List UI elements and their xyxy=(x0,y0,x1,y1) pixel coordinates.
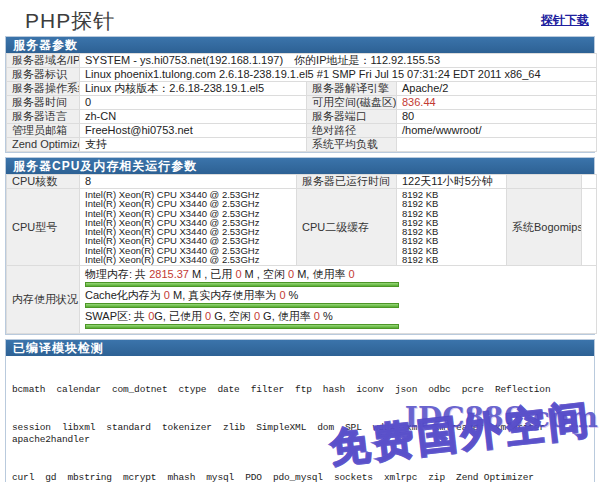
row-label: 服务器解译引擎 xyxy=(307,82,397,96)
topbar: PHP探针 探针下载 xyxy=(5,0,595,36)
row-value xyxy=(582,175,597,189)
server-params-table: 服务器域名/IP地址SYSTEM - ys.hi0753.net(192.168… xyxy=(6,53,597,152)
row-value: 8192 KB8192 KB8192 KB8192 KB8192 KB8192 … xyxy=(397,189,507,266)
memory-value: 0 xyxy=(348,268,354,280)
table-row: 服务器标识Linux phoenix1.tulong.com 2.6.18-23… xyxy=(7,68,597,82)
memory-value: 2815.37 xyxy=(149,268,189,280)
row-label: 服务器语言 xyxy=(7,110,80,124)
row-value: 122天11小时5分钟 xyxy=(397,175,507,189)
row-value: /home/wwwroot/ xyxy=(397,124,597,138)
row-label: 服务器标识 xyxy=(7,68,80,82)
memory-usage-line: 物理内存: 共 2815.37 M , 已用 0 M , 空闲 0 M, 使用率… xyxy=(85,268,591,287)
memory-usage-bar-fill xyxy=(86,325,398,328)
row-value: Intel(R) Xeon(R) CPU X3440 @ 2.53GHzInte… xyxy=(80,189,297,266)
row-label xyxy=(507,175,582,189)
memory-usage-bar xyxy=(85,282,399,287)
row-label: 系统Bogomips xyxy=(507,189,582,266)
row-value: Linux 内核版本：2.6.18-238.19.1.el5 xyxy=(80,82,307,96)
probe-download-link[interactable]: 探针下载 xyxy=(541,12,589,29)
memory-usage-row: 内存使用状况物理内存: 共 2815.37 M , 已用 0 M , 空闲 0 … xyxy=(7,266,597,334)
memory-usage-bar xyxy=(85,324,399,329)
memory-usage-text: Cache化内存为 0 M, 真实内存使用率为 0 % xyxy=(85,289,591,302)
row-value: Apache/2 xyxy=(397,82,597,96)
memory-label-text: M , 已用 xyxy=(189,268,235,280)
row-value: 836.44 xyxy=(397,96,597,110)
memory-label-text: SWAP区: 共 xyxy=(85,310,148,322)
row-value: 0 xyxy=(80,96,307,110)
row-label: 管理员邮箱 xyxy=(7,124,80,138)
table-row: 服务器域名/IP地址SYSTEM - ys.hi0753.net(192.168… xyxy=(7,54,597,68)
memory-usage-cell: 物理内存: 共 2815.37 M , 已用 0 M , 空闲 0 M, 使用率… xyxy=(80,266,597,334)
table-row: CPU型号Intel(R) Xeon(R) CPU X3440 @ 2.53GH… xyxy=(7,189,597,266)
table-row: Zend Optimizer支持系统平均负载 xyxy=(7,138,597,152)
modules-line: session libxml standard tokenizer zlib S… xyxy=(12,422,588,447)
memory-label-text: G, 使用率 xyxy=(260,310,314,322)
row-value: 8 xyxy=(80,175,297,189)
row-label: 服务器域名/IP地址 xyxy=(7,54,80,68)
memory-label-text: M, 使用率 xyxy=(294,268,348,280)
modules-line: bcmath calendar com_dotnet ctype date fi… xyxy=(12,384,588,397)
row-label: Zend Optimizer xyxy=(7,138,80,152)
modules-line: curl gd mbstring mcrypt mhash mysql PDO … xyxy=(12,472,588,482)
row-value xyxy=(582,189,597,266)
row-label: 可用空间(磁盘区) xyxy=(307,96,397,110)
row-label: 绝对路径 xyxy=(307,124,397,138)
row-value: Linux phoenix1.tulong.com 2.6.18-238.19.… xyxy=(80,68,597,82)
memory-label-text: M, 真实内存使用率为 xyxy=(170,289,279,301)
detail-line: 8192 KB xyxy=(402,255,501,264)
row-label: 系统平均负载 xyxy=(307,138,397,152)
row-value: 80 xyxy=(397,110,597,124)
row-value: 支持 xyxy=(80,138,307,152)
memory-label-text: % xyxy=(286,289,299,301)
table-row: 服务器时间0可用空间(磁盘区)836.44 xyxy=(7,96,597,110)
row-label: CPU二级缓存 xyxy=(297,189,397,266)
table-row: 服务器操作系统Linux 内核版本：2.6.18-238.19.1.el5服务器… xyxy=(7,82,597,96)
memory-label-text: Cache化内存为 xyxy=(85,289,164,301)
memory-usage-line: Cache化内存为 0 M, 真实内存使用率为 0 % xyxy=(85,289,591,308)
table-row: 管理员邮箱FreeHost@hi0753.net绝对路径/home/wwwroo… xyxy=(7,124,597,138)
memory-usage-text: SWAP区: 共 0G, 已使用 0 G, 空闲 0 G, 使用率 0 % xyxy=(85,310,591,323)
memory-usage-text: 物理内存: 共 2815.37 M , 已用 0 M , 空闲 0 M, 使用率… xyxy=(85,268,591,281)
section-header-compiled-modules: 已编译模块检测 xyxy=(6,340,594,356)
row-value: SYSTEM - ys.hi0753.net(192.168.1.197) 你的… xyxy=(80,54,597,68)
section-header-cpu-memory: 服务器CPU及内存相关运行参数 xyxy=(6,158,594,174)
memory-label-text: G, 空闲 xyxy=(211,310,254,322)
memory-label-text: G, 已使用 xyxy=(154,310,205,322)
table-row: CPU核数8服务器已运行时间122天11小时5分钟 xyxy=(7,175,597,189)
memory-label-text: % xyxy=(320,310,333,322)
row-label: 服务器端口 xyxy=(307,110,397,124)
row-label: CPU核数 xyxy=(7,175,80,189)
row-label: 服务器已运行时间 xyxy=(297,175,397,189)
memory-usage-bar-fill xyxy=(86,304,398,307)
compiled-modules-list: bcmath calendar com_dotnet ctype date fi… xyxy=(6,356,594,482)
row-label: 服务器时间 xyxy=(7,96,80,110)
cpu-memory-table: CPU核数8服务器已运行时间122天11小时5分钟CPU型号Intel(R) X… xyxy=(6,174,597,334)
detail-line: Intel(R) Xeon(R) CPU X3440 @ 2.53GHz xyxy=(85,255,291,264)
section-compiled-modules: 已编译模块检测 bcmath calendar com_dotnet ctype… xyxy=(5,339,595,482)
memory-label-text: M , 空闲 xyxy=(242,268,288,280)
row-value: FreeHost@hi0753.net xyxy=(80,124,307,138)
row-label: 内存使用状况 xyxy=(7,266,80,334)
php-probe-page: PHP探针 探针下载 服务器参数 服务器域名/IP地址SYSTEM - ys.h… xyxy=(0,0,600,482)
row-value: zh-CN xyxy=(80,110,307,124)
section-server-params: 服务器参数 服务器域名/IP地址SYSTEM - ys.hi0753.net(1… xyxy=(5,36,595,153)
page-title: PHP探针 xyxy=(25,7,115,35)
section-cpu-memory: 服务器CPU及内存相关运行参数 CPU核数8服务器已运行时间122天11小时5分… xyxy=(5,157,595,335)
memory-usage-bar-fill xyxy=(86,283,398,286)
memory-usage-line: SWAP区: 共 0G, 已使用 0 G, 空闲 0 G, 使用率 0 % xyxy=(85,310,591,329)
row-label: 服务器操作系统 xyxy=(7,82,80,96)
section-header-server-params: 服务器参数 xyxy=(6,37,594,53)
table-row: 服务器语言zh-CN服务器端口80 xyxy=(7,110,597,124)
memory-label-text: 物理内存: 共 xyxy=(85,268,149,280)
row-label: CPU型号 xyxy=(7,189,80,266)
memory-usage-bar xyxy=(85,303,399,308)
row-value xyxy=(397,138,597,152)
